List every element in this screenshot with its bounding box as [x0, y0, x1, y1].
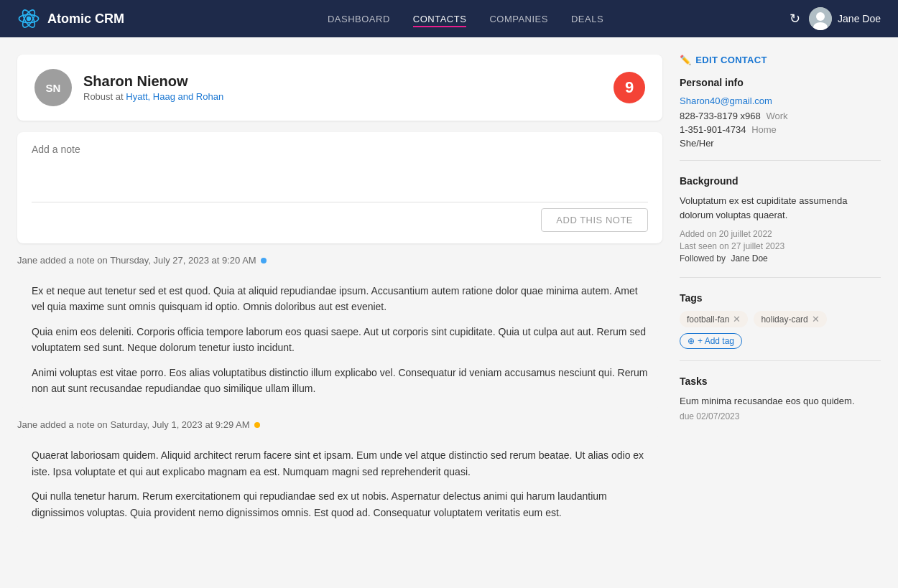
- main-nav: DASHBOARD CONTACTS COMPANIES DEALS: [153, 11, 778, 27]
- app-header: Atomic CRM DASHBOARD CONTACTS COMPANIES …: [0, 0, 898, 37]
- left-panel: SN Sharon Nienow Robust at Hyatt, Haag a…: [17, 55, 662, 543]
- avatar: [809, 7, 832, 30]
- contact-email[interactable]: Sharon40@gmail.com: [680, 95, 881, 106]
- user-name: Jane Doe: [838, 13, 881, 24]
- task-item-1: Eum minima recusandae eos quo quidem. du…: [680, 394, 881, 421]
- atom-icon: [17, 7, 40, 30]
- app-name: Atomic CRM: [47, 11, 124, 27]
- contact-phone-work: 828-733-8179 x968 Work: [680, 111, 881, 121]
- tag-football-fan: football-fan ✕: [680, 311, 748, 327]
- svg-point-5: [816, 12, 825, 21]
- background-section: Background Voluptatum ex est cupiditate …: [680, 175, 881, 278]
- last-seen: Last seen on 27 juillet 2023: [680, 241, 881, 251]
- app-logo: Atomic CRM: [17, 7, 124, 30]
- contact-info: SN Sharon Nienow Robust at Hyatt, Haag a…: [34, 69, 223, 106]
- contact-phone-home: 1-351-901-4734 Home: [680, 124, 881, 135]
- remove-tag-football[interactable]: ✕: [733, 314, 741, 325]
- remove-tag-holiday[interactable]: ✕: [812, 314, 820, 325]
- contact-pronoun: She/Her: [680, 138, 881, 149]
- followed-by: Followed by Jane Doe: [680, 253, 881, 263]
- tag-holiday-card: holiday-card ✕: [754, 311, 826, 327]
- tags-section: Tags football-fan ✕ holiday-card ✕ ⊕ + A…: [680, 292, 881, 361]
- right-panel: ✏️ EDIT CONTACT Personal info Sharon40@g…: [680, 55, 881, 543]
- note-meta-2: Jane added a note on Saturday, July 1, 2…: [17, 419, 662, 430]
- note-entry-2: Jane added a note on Saturday, July 1, 2…: [17, 419, 662, 532]
- note-dot-2: [254, 422, 260, 428]
- nav-companies[interactable]: COMPANIES: [489, 11, 548, 27]
- note-meta-1: Jane added a note on Thursday, July 27, …: [17, 255, 662, 266]
- svg-point-0: [27, 17, 31, 21]
- company-link[interactable]: Hyatt, Haag and Rohan: [126, 91, 223, 102]
- pencil-icon: ✏️: [680, 55, 691, 65]
- nav-dashboard[interactable]: DASHBOARD: [328, 11, 390, 27]
- note-input-area: ADD THIS NOTE: [17, 132, 662, 243]
- personal-info-title: Personal info: [680, 77, 881, 88]
- main-container: SN Sharon Nienow Robust at Hyatt, Haag a…: [0, 37, 898, 561]
- tasks-section: Tasks Eum minima recusandae eos quo quid…: [680, 375, 881, 433]
- note-actions: ADD THIS NOTE: [32, 208, 648, 232]
- tasks-title: Tasks: [680, 375, 881, 387]
- add-tag-button[interactable]: ⊕ + Add tag: [680, 333, 742, 349]
- added-on: Added on 20 juillet 2022: [680, 229, 881, 239]
- plus-circle-icon: ⊕: [688, 336, 695, 346]
- contact-name: Sharon Nienow: [83, 73, 223, 90]
- tags-title: Tags: [680, 292, 881, 304]
- personal-info-section: Personal info Sharon40@gmail.com 828-733…: [680, 77, 881, 161]
- contact-badge: 9: [614, 72, 645, 103]
- note-body-1: Ex et neque aut tenetur sed et est quod.…: [17, 271, 662, 408]
- contact-details: Sharon Nienow Robust at Hyatt, Haag and …: [83, 73, 223, 102]
- add-note-button[interactable]: ADD THIS NOTE: [541, 208, 648, 232]
- contact-avatar: SN: [34, 69, 72, 106]
- note-dot-1: [261, 258, 267, 263]
- contact-company: Robust at Hyatt, Haag and Rohan: [83, 91, 223, 102]
- edit-contact-button[interactable]: ✏️ EDIT CONTACT: [680, 55, 767, 65]
- background-title: Background: [680, 175, 881, 187]
- background-text: Voluptatum ex est cupiditate assumenda d…: [680, 194, 881, 222]
- header-right: ↻ Jane Doe: [790, 7, 881, 30]
- nav-deals[interactable]: DEALS: [571, 11, 603, 27]
- note-textarea[interactable]: [32, 144, 648, 194]
- note-body-2: Quaerat laboriosam quidem. Aliquid archi…: [17, 436, 662, 532]
- nav-contacts[interactable]: CONTACTS: [413, 11, 467, 27]
- user-menu[interactable]: Jane Doe: [809, 7, 881, 30]
- note-entry-1: Jane added a note on Thursday, July 27, …: [17, 255, 662, 408]
- refresh-icon[interactable]: ↻: [790, 11, 800, 27]
- contact-header: SN Sharon Nienow Robust at Hyatt, Haag a…: [17, 55, 662, 121]
- tags-container: football-fan ✕ holiday-card ✕ ⊕ + Add ta…: [680, 311, 881, 349]
- note-divider: [32, 202, 648, 202]
